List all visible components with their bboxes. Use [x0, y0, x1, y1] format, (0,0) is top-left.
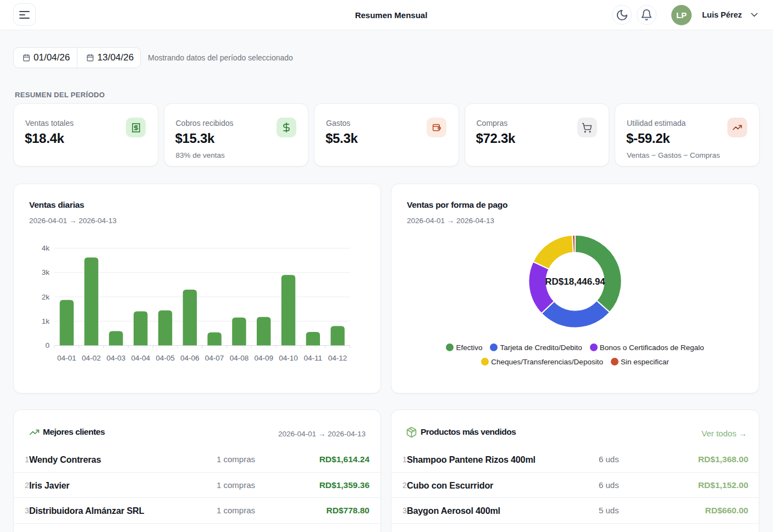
svg-text:04-04: 04-04: [131, 354, 150, 362]
svg-text:04-05: 04-05: [156, 354, 175, 362]
svg-text:04-02: 04-02: [82, 354, 101, 362]
svg-text:04-01: 04-01: [57, 354, 76, 362]
svg-text:2k: 2k: [42, 293, 50, 301]
svg-text:1k: 1k: [42, 317, 50, 325]
svg-text:4k: 4k: [42, 244, 50, 252]
svg-text:04-06: 04-06: [180, 354, 200, 362]
svg-text:04-03: 04-03: [107, 354, 126, 362]
svg-text:04-07: 04-07: [205, 354, 224, 362]
svg-text:04-11: 04-11: [304, 354, 323, 362]
svg-text:04-10: 04-10: [279, 354, 298, 362]
svg-text:04-09: 04-09: [254, 354, 273, 362]
svg-text:04-12: 04-12: [328, 354, 347, 362]
svg-text:04-08: 04-08: [230, 354, 249, 362]
svg-text:0: 0: [45, 341, 49, 350]
svg-text:3k: 3k: [42, 268, 50, 276]
